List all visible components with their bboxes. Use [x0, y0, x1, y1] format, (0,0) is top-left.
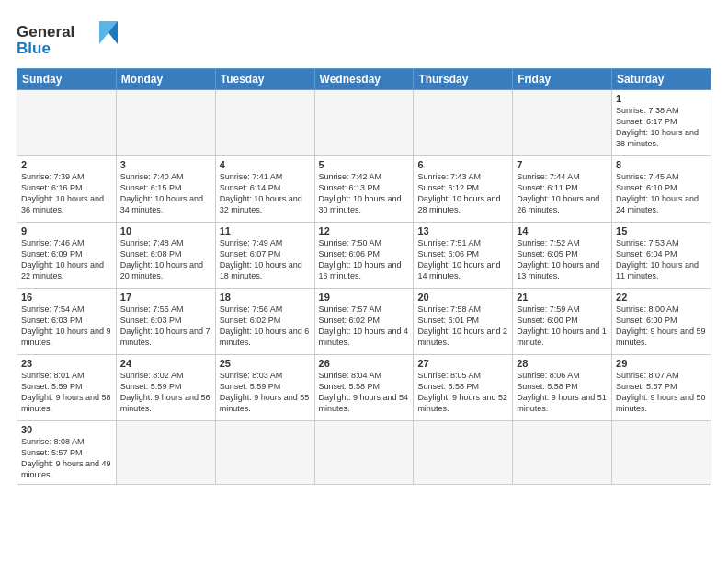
- week-row-2: 2Sunrise: 7:39 AM Sunset: 6:16 PM Daylig…: [17, 156, 711, 223]
- day-number: 8: [616, 159, 707, 170]
- day-info: Sunrise: 7:40 AM Sunset: 6:15 PM Dayligh…: [120, 171, 211, 216]
- calendar-cell: 4Sunrise: 7:41 AM Sunset: 6:14 PM Daylig…: [215, 156, 314, 223]
- day-info: Sunrise: 7:50 AM Sunset: 6:06 PM Dayligh…: [319, 237, 410, 282]
- day-number: 20: [417, 292, 508, 303]
- calendar-cell: 17Sunrise: 7:55 AM Sunset: 6:03 PM Dayli…: [116, 289, 215, 355]
- day-info: Sunrise: 7:56 AM Sunset: 6:02 PM Dayligh…: [220, 304, 311, 349]
- calendar-cell: 30Sunrise: 8:08 AM Sunset: 5:57 PM Dayli…: [17, 421, 117, 485]
- week-row-6: 30Sunrise: 8:08 AM Sunset: 5:57 PM Dayli…: [17, 421, 711, 485]
- calendar-cell: 19Sunrise: 7:57 AM Sunset: 6:02 PM Dayli…: [314, 289, 414, 355]
- calendar-cell: 16Sunrise: 7:54 AM Sunset: 6:03 PM Dayli…: [17, 289, 117, 355]
- day-info: Sunrise: 7:52 AM Sunset: 6:05 PM Dayligh…: [517, 237, 608, 282]
- day-number: 13: [417, 225, 508, 236]
- day-number: 29: [616, 358, 707, 369]
- calendar-cell: 25Sunrise: 8:03 AM Sunset: 5:59 PM Dayli…: [215, 355, 314, 421]
- day-info: Sunrise: 7:48 AM Sunset: 6:08 PM Dayligh…: [120, 237, 211, 282]
- calendar-cell: 8Sunrise: 7:45 AM Sunset: 6:10 PM Daylig…: [612, 156, 711, 223]
- calendar-cell: [314, 90, 414, 156]
- day-number: 12: [319, 225, 410, 236]
- page: General Blue SundayMondayTuesdayWednesda…: [0, 0, 728, 563]
- day-info: Sunrise: 7:42 AM Sunset: 6:13 PM Dayligh…: [319, 171, 410, 216]
- day-number: 17: [120, 292, 211, 303]
- day-info: Sunrise: 7:55 AM Sunset: 6:03 PM Dayligh…: [120, 304, 211, 349]
- day-info: Sunrise: 7:53 AM Sunset: 6:04 PM Dayligh…: [616, 237, 707, 282]
- day-info: Sunrise: 8:00 AM Sunset: 6:00 PM Dayligh…: [616, 304, 707, 349]
- day-number: 3: [120, 159, 211, 170]
- day-info: Sunrise: 7:41 AM Sunset: 6:14 PM Dayligh…: [220, 171, 311, 216]
- weekday-header-sunday: Sunday: [17, 69, 117, 90]
- calendar-cell: [314, 421, 414, 485]
- svg-text:Blue: Blue: [17, 40, 51, 57]
- calendar-cell: [612, 421, 711, 485]
- calendar-cell: 9Sunrise: 7:46 AM Sunset: 6:09 PM Daylig…: [17, 223, 117, 289]
- day-info: Sunrise: 7:57 AM Sunset: 6:02 PM Dayligh…: [319, 304, 410, 349]
- day-info: Sunrise: 7:49 AM Sunset: 6:07 PM Dayligh…: [220, 237, 311, 282]
- day-number: 19: [319, 292, 410, 303]
- calendar-cell: 26Sunrise: 8:04 AM Sunset: 5:58 PM Dayli…: [314, 355, 414, 421]
- weekday-header-wednesday: Wednesday: [314, 69, 414, 90]
- day-number: 23: [21, 358, 112, 369]
- calendar-cell: [414, 421, 513, 485]
- calendar-cell: [17, 90, 117, 156]
- day-info: Sunrise: 8:07 AM Sunset: 5:57 PM Dayligh…: [616, 370, 707, 415]
- calendar-cell: 18Sunrise: 7:56 AM Sunset: 6:02 PM Dayli…: [215, 289, 314, 355]
- day-info: Sunrise: 7:46 AM Sunset: 6:09 PM Dayligh…: [21, 237, 112, 282]
- calendar-cell: 5Sunrise: 7:42 AM Sunset: 6:13 PM Daylig…: [314, 156, 414, 223]
- calendar-cell: 10Sunrise: 7:48 AM Sunset: 6:08 PM Dayli…: [116, 223, 215, 289]
- calendar-cell: [116, 90, 215, 156]
- day-info: Sunrise: 8:04 AM Sunset: 5:58 PM Dayligh…: [319, 370, 410, 415]
- week-row-1: 1Sunrise: 7:38 AM Sunset: 6:17 PM Daylig…: [17, 90, 711, 156]
- weekday-header-thursday: Thursday: [414, 69, 513, 90]
- day-number: 28: [517, 358, 608, 369]
- day-number: 22: [616, 292, 707, 303]
- weekday-header-friday: Friday: [513, 69, 612, 90]
- logo: General Blue: [17, 17, 118, 61]
- day-info: Sunrise: 7:39 AM Sunset: 6:16 PM Dayligh…: [21, 171, 112, 216]
- day-number: 26: [319, 358, 410, 369]
- day-number: 27: [417, 358, 508, 369]
- day-number: 14: [517, 225, 608, 236]
- day-info: Sunrise: 7:51 AM Sunset: 6:06 PM Dayligh…: [417, 237, 508, 282]
- day-info: Sunrise: 7:43 AM Sunset: 6:12 PM Dayligh…: [417, 171, 508, 216]
- day-number: 10: [120, 225, 211, 236]
- weekday-header-tuesday: Tuesday: [215, 69, 314, 90]
- day-info: Sunrise: 7:59 AM Sunset: 6:00 PM Dayligh…: [517, 304, 608, 349]
- calendar-cell: [414, 90, 513, 156]
- header: General Blue: [17, 17, 711, 61]
- day-number: 18: [220, 292, 311, 303]
- calendar-cell: [513, 421, 612, 485]
- week-row-3: 9Sunrise: 7:46 AM Sunset: 6:09 PM Daylig…: [17, 223, 711, 289]
- weekday-header-monday: Monday: [116, 69, 215, 90]
- day-number: 1: [616, 93, 707, 104]
- day-info: Sunrise: 8:03 AM Sunset: 5:59 PM Dayligh…: [220, 370, 311, 415]
- calendar-cell: 24Sunrise: 8:02 AM Sunset: 5:59 PM Dayli…: [116, 355, 215, 421]
- day-info: Sunrise: 7:44 AM Sunset: 6:11 PM Dayligh…: [517, 171, 608, 216]
- day-info: Sunrise: 8:06 AM Sunset: 5:58 PM Dayligh…: [517, 370, 608, 415]
- weekday-header-row: SundayMondayTuesdayWednesdayThursdayFrid…: [17, 69, 711, 90]
- day-info: Sunrise: 7:45 AM Sunset: 6:10 PM Dayligh…: [616, 171, 707, 216]
- day-number: 24: [120, 358, 211, 369]
- calendar-cell: 20Sunrise: 7:58 AM Sunset: 6:01 PM Dayli…: [414, 289, 513, 355]
- day-number: 30: [21, 424, 112, 435]
- weekday-header-saturday: Saturday: [612, 69, 711, 90]
- calendar-cell: 2Sunrise: 7:39 AM Sunset: 6:16 PM Daylig…: [17, 156, 117, 223]
- day-number: 5: [319, 159, 410, 170]
- day-number: 6: [417, 159, 508, 170]
- calendar-cell: 15Sunrise: 7:53 AM Sunset: 6:04 PM Dayli…: [612, 223, 711, 289]
- calendar-cell: 23Sunrise: 8:01 AM Sunset: 5:59 PM Dayli…: [17, 355, 117, 421]
- week-row-5: 23Sunrise: 8:01 AM Sunset: 5:59 PM Dayli…: [17, 355, 711, 421]
- calendar-cell: 21Sunrise: 7:59 AM Sunset: 6:00 PM Dayli…: [513, 289, 612, 355]
- day-info: Sunrise: 7:38 AM Sunset: 6:17 PM Dayligh…: [616, 105, 707, 150]
- day-info: Sunrise: 8:08 AM Sunset: 5:57 PM Dayligh…: [21, 436, 112, 481]
- day-number: 9: [21, 225, 112, 236]
- calendar-cell: 14Sunrise: 7:52 AM Sunset: 6:05 PM Dayli…: [513, 223, 612, 289]
- calendar-cell: 22Sunrise: 8:00 AM Sunset: 6:00 PM Dayli…: [612, 289, 711, 355]
- day-number: 21: [517, 292, 608, 303]
- calendar-cell: 11Sunrise: 7:49 AM Sunset: 6:07 PM Dayli…: [215, 223, 314, 289]
- day-number: 25: [220, 358, 311, 369]
- day-info: Sunrise: 8:05 AM Sunset: 5:58 PM Dayligh…: [417, 370, 508, 415]
- calendar-cell: 29Sunrise: 8:07 AM Sunset: 5:57 PM Dayli…: [612, 355, 711, 421]
- day-number: 15: [616, 225, 707, 236]
- day-info: Sunrise: 8:01 AM Sunset: 5:59 PM Dayligh…: [21, 370, 112, 415]
- calendar-cell: 13Sunrise: 7:51 AM Sunset: 6:06 PM Dayli…: [414, 223, 513, 289]
